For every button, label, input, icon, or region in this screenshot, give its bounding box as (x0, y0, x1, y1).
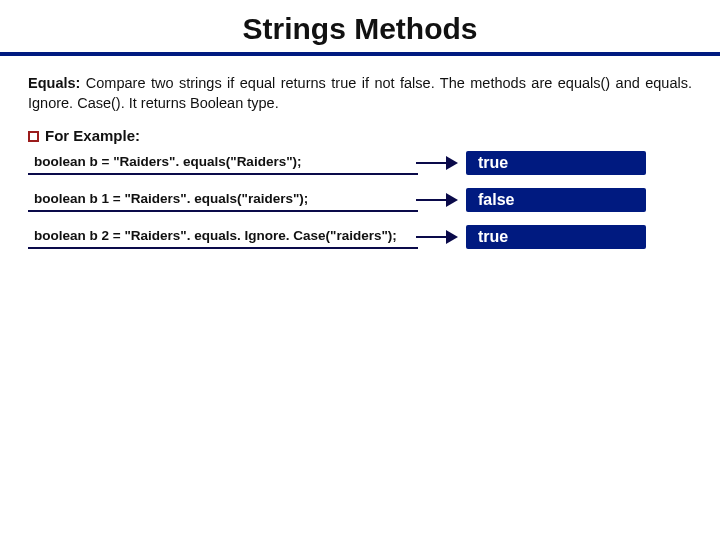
description-lead: Equals: (28, 75, 80, 91)
title-underline (0, 52, 720, 56)
example-row: boolean b = "Raiders". equals("Raiders")… (28, 150, 692, 175)
result-badge: true (466, 151, 646, 175)
code-snippet: boolean b 2 = "Raiders". equals. Ignore.… (28, 224, 418, 249)
code-snippet: boolean b 1 = "Raiders". equals("raiders… (28, 187, 418, 212)
example-heading: For Example: (28, 127, 692, 144)
description-text: Compare two strings if equal returns tru… (28, 75, 692, 111)
result-badge: true (466, 225, 646, 249)
square-bullet-icon (28, 131, 39, 142)
example-heading-text: For Example: (45, 127, 140, 144)
result-badge: false (466, 188, 646, 212)
example-row: boolean b 2 = "Raiders". equals. Ignore.… (28, 224, 692, 249)
content-area: Equals: Compare two strings if equal ret… (0, 74, 720, 249)
code-snippet: boolean b = "Raiders". equals("Raiders")… (28, 150, 418, 175)
example-row: boolean b 1 = "Raiders". equals("raiders… (28, 187, 692, 212)
description-paragraph: Equals: Compare two strings if equal ret… (28, 74, 692, 113)
page-title: Strings Methods (0, 0, 720, 52)
